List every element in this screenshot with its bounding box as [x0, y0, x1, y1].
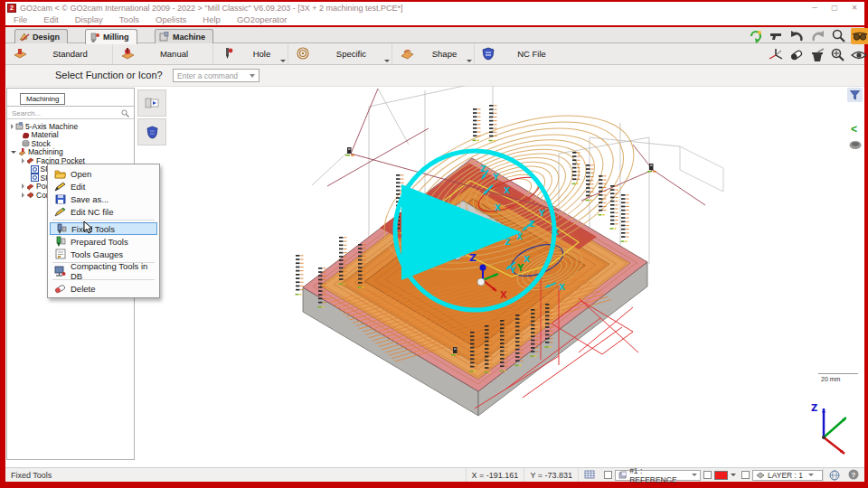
collapse-icon[interactable] [11, 151, 16, 154]
material-icon [22, 131, 30, 139]
milling-toolbar: Standard Manual Hole Specific Shape NC F… [5, 43, 864, 65]
menu-fixed-tools[interactable]: Fixed Tools [50, 222, 157, 235]
minimize-button[interactable]: ─ [805, 4, 825, 12]
reference-combobox[interactable]: #1 : REFERENCE [615, 470, 701, 481]
help-button[interactable]: ? [848, 469, 859, 482]
menu-tools-gauges[interactable]: Tools Gauges [50, 248, 157, 260]
redo-icon[interactable] [809, 28, 827, 44]
toolbar-ncfile-button[interactable]: NC File [475, 43, 569, 64]
nc-shield-button[interactable] [137, 118, 166, 145]
tree-item-stock[interactable]: Stock [9, 139, 132, 148]
close-button[interactable]: ✕ [844, 4, 864, 12]
menu-opelists[interactable]: Opelists [147, 14, 194, 24]
maximize-button[interactable]: ▢ [825, 4, 844, 12]
toolbar-shape-button[interactable]: Shape [392, 43, 475, 64]
window-border-bottom [0, 482, 868, 488]
help-icon: ? [848, 469, 859, 480]
expand-icon[interactable] [11, 124, 14, 129]
color-dropdown-icon[interactable] [731, 474, 736, 476]
menu-edit[interactable]: Edit [35, 14, 66, 24]
zoom-icon[interactable] [830, 28, 848, 44]
color-checkbox[interactable] [703, 471, 712, 479]
tree-item-5axis-machine[interactable]: 5-Axis Machine [9, 122, 132, 131]
menu-delete[interactable]: Delete [50, 282, 157, 295]
expand-icon[interactable] [22, 183, 24, 189]
expand-icon[interactable] [22, 158, 24, 164]
menu-tools[interactable]: Tools [111, 14, 147, 24]
layer-checkbox[interactable] [741, 471, 750, 479]
menu-go2operator[interactable]: GO2operator [229, 14, 295, 24]
menu-open[interactable]: Open [50, 167, 157, 180]
shape-dropdown-icon[interactable] [467, 60, 472, 62]
toolbar-hole-button[interactable]: Hole [213, 43, 288, 64]
title-bar: 2 GO2cam < © GO2cam International 2009 -… [5, 2, 864, 14]
specific-icon [296, 47, 311, 61]
reference-checkbox[interactable] [604, 471, 612, 479]
command-combobox[interactable]: Enter a command [173, 69, 259, 82]
menu-help[interactable]: Help [194, 14, 229, 24]
toolbar-specific-button[interactable]: Specific [288, 43, 392, 64]
menu-edit-nc-file[interactable]: Edit NC file [50, 205, 157, 218]
zoom-target-icon[interactable] [829, 47, 847, 63]
menu-file[interactable]: File [5, 14, 35, 24]
eraser-icon[interactable] [788, 47, 806, 63]
grid-toggle-button[interactable] [578, 468, 601, 482]
measure-tool-icon[interactable] [768, 28, 786, 44]
play-button-overlay[interactable] [386, 142, 567, 323]
chevron-down-icon [808, 474, 814, 476]
toolbar-manual-button[interactable]: Manual [113, 43, 213, 64]
mouse-cursor [83, 221, 94, 235]
toolbar-standard-button[interactable]: Standard [5, 43, 113, 64]
layer-combobox[interactable]: LAYER : 1 [752, 470, 823, 481]
machining-node-icon [18, 148, 26, 156]
simulation-button[interactable] [137, 89, 166, 117]
specific-dropdown-icon[interactable] [384, 60, 390, 62]
view-cube-button[interactable] [849, 137, 862, 154]
context-menu: Open Edit Save as... Edit NC file Fixed … [47, 164, 160, 298]
grid-icon [584, 470, 596, 480]
tab-milling[interactable]: Milling [85, 29, 137, 44]
menu-edit[interactable]: Edit [50, 180, 157, 192]
globe-view-button[interactable] [823, 468, 846, 482]
stock-icon [22, 139, 30, 147]
filter-button[interactable] [847, 88, 863, 102]
ncfile-icon [482, 47, 495, 61]
delete-eraser-icon [54, 283, 66, 294]
visibility-eye-icon[interactable] [850, 47, 868, 63]
menu-compacting-tools[interactable]: Compacting Tools in DB [50, 265, 157, 277]
command-row: Select Function or Icon? Enter a command [5, 65, 864, 87]
tab-machine[interactable]: Machine [155, 29, 213, 43]
rotate-view-icon[interactable] [747, 28, 765, 44]
open-folder-icon [54, 168, 66, 179]
shield-icon [146, 126, 158, 139]
menu-prepared-tools[interactable]: Prepared Tools [50, 235, 157, 248]
tree-item-machining[interactable]: Machining [9, 148, 132, 157]
expand-icon[interactable] [22, 192, 24, 198]
menu-save-as[interactable]: Save as... [50, 192, 157, 205]
menu-separator [52, 220, 155, 221]
view-glasses-icon[interactable] [851, 28, 868, 44]
search-input[interactable]: Search... [7, 108, 134, 119]
svg-text:?: ? [852, 470, 856, 478]
status-message: Fixed Tools [5, 471, 52, 480]
scale-line [818, 373, 858, 374]
machine-node-icon [15, 122, 24, 130]
compacting-db-icon [54, 266, 66, 277]
view-tools-row-1 [747, 28, 868, 44]
current-color-swatch[interactable] [714, 471, 728, 480]
collapse-panel-button[interactable]: < [851, 123, 857, 136]
tree-item-material[interactable]: Material [9, 131, 132, 140]
axes-display-icon[interactable] [767, 47, 785, 63]
hole-dropdown-icon[interactable] [280, 60, 286, 62]
tab-design[interactable]: Design [14, 29, 68, 43]
prepared-tools-icon [54, 236, 66, 247]
clean-toolpath-icon[interactable] [808, 47, 826, 63]
undo-icon[interactable] [788, 28, 807, 44]
panel-tab-machining[interactable]: Machining [20, 93, 65, 105]
app-logo-icon: 2 [7, 4, 16, 13]
hole-icon [221, 47, 236, 61]
menu-display[interactable]: Display [67, 14, 111, 24]
shape-icon [400, 47, 415, 61]
menu-bar: File Edit Display Tools Opelists Help GO… [5, 14, 864, 25]
manual-icon [120, 47, 136, 61]
